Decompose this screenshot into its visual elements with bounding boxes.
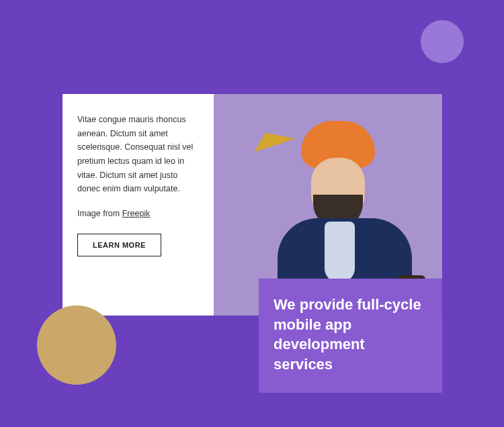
decorative-circle-bottom [37, 305, 116, 385]
paper-plane-icon [249, 124, 296, 152]
card-text-panel: Vitae congue mauris rhoncus aenean. Dict… [62, 94, 214, 316]
credit-prefix: Image from [77, 209, 122, 218]
decorative-circle-top [421, 20, 464, 63]
learn-more-button[interactable]: LEARN MORE [77, 234, 161, 256]
credit-link[interactable]: Freepik [122, 209, 151, 218]
cta-box: We provide full-cycle mobile app develop… [259, 279, 442, 393]
person-shirt [325, 222, 355, 282]
image-credit: Image from Freepik [77, 207, 199, 221]
cta-headline: We provide full-cycle mobile app develop… [274, 295, 427, 375]
card-description: Vitae congue mauris rhoncus aenean. Dict… [77, 113, 199, 196]
